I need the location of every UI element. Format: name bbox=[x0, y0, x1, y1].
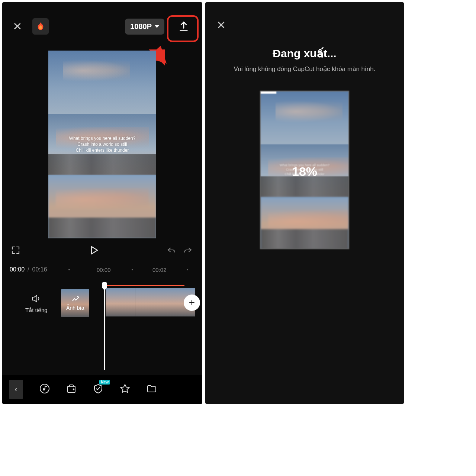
cover-label: Ảnh bìa bbox=[66, 305, 84, 311]
export-button[interactable] bbox=[173, 17, 195, 35]
resolution-label: 1080P bbox=[130, 22, 152, 31]
ruler-tick: 00:02 bbox=[152, 267, 167, 273]
mute-label: Tắt tiếng bbox=[25, 307, 48, 313]
flame-icon[interactable] bbox=[32, 18, 49, 35]
export-subtitle: Vui lòng không đóng CapCut hoặc khóa màn… bbox=[205, 65, 404, 73]
wallet-icon[interactable] bbox=[66, 383, 77, 395]
clip-thumb[interactable] bbox=[135, 288, 165, 316]
plus-icon: + bbox=[189, 297, 195, 309]
timeline[interactable]: Tắt tiếng Ảnh bìa + bbox=[2, 278, 202, 345]
playhead-line[interactable] bbox=[104, 288, 105, 370]
accent-line bbox=[106, 285, 184, 286]
resolution-select[interactable]: 1080P bbox=[125, 19, 164, 35]
cover-thumb[interactable]: Ảnh bìa bbox=[61, 289, 89, 317]
top-bar: ✕ 1080P bbox=[2, 2, 202, 51]
progress-bar bbox=[261, 91, 276, 94]
shield-icon[interactable]: New bbox=[93, 383, 103, 395]
folder-icon[interactable] bbox=[147, 383, 157, 395]
time-separator: / bbox=[28, 266, 29, 273]
preview-area: What brings you here all sudden? Crash i… bbox=[2, 51, 202, 238]
svg-point-1 bbox=[73, 389, 74, 390]
new-badge: New bbox=[99, 380, 110, 385]
star-icon[interactable] bbox=[120, 383, 130, 395]
mute-toggle[interactable]: Tắt tiếng bbox=[25, 294, 48, 313]
time-ruler: 00:00 / 00:16 00:00 00:02 bbox=[2, 262, 202, 274]
total-time: 00:16 bbox=[32, 266, 47, 273]
close-icon[interactable]: ✕ bbox=[216, 19, 226, 32]
export-title: Đang xuất... bbox=[205, 47, 404, 60]
clip-track[interactable] bbox=[106, 288, 195, 316]
redo-icon[interactable] bbox=[182, 247, 193, 254]
export-percent: 18% bbox=[259, 164, 350, 179]
ruler-tick: 00:00 bbox=[97, 267, 111, 273]
bottom-toolbar: ‹ New bbox=[2, 375, 202, 404]
close-icon[interactable]: ✕ bbox=[13, 20, 22, 32]
fullscreen-icon[interactable] bbox=[11, 246, 20, 255]
music-icon[interactable] bbox=[39, 383, 50, 395]
back-button[interactable]: ‹ bbox=[9, 380, 23, 399]
chevron-down-icon bbox=[155, 25, 159, 28]
editor-pane: ✕ 1080P What brings you here all sudden?… bbox=[2, 2, 202, 404]
play-button[interactable] bbox=[90, 246, 99, 255]
undo-icon[interactable] bbox=[166, 247, 177, 254]
current-time: 00:00 bbox=[10, 266, 25, 273]
preview-caption: What brings you here all sudden? Crash i… bbox=[48, 135, 156, 154]
add-clip-button[interactable]: + bbox=[184, 295, 200, 311]
player-controls bbox=[2, 238, 202, 262]
export-pane: ✕ Đang xuất... Vui lòng không đóng CapCu… bbox=[205, 2, 404, 404]
clip-thumb[interactable] bbox=[106, 288, 135, 316]
video-preview[interactable]: What brings you here all sudden? Crash i… bbox=[48, 51, 156, 238]
